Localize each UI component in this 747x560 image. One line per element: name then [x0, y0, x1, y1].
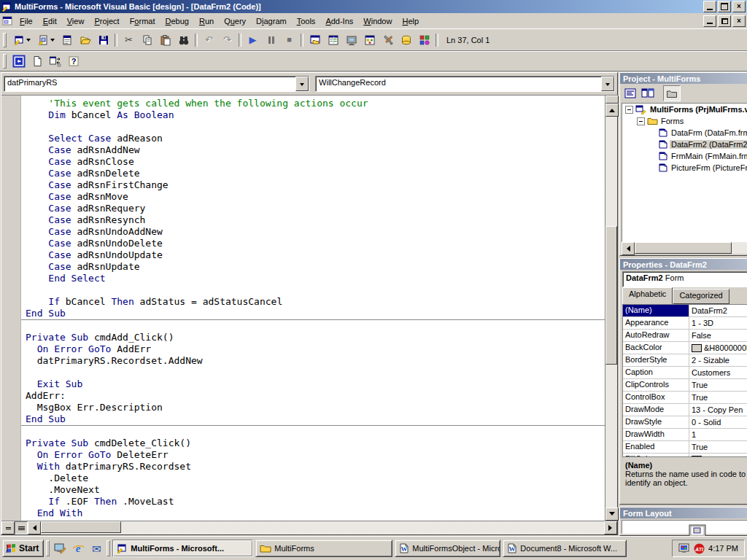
view-object-button[interactable]: [9, 53, 28, 69]
code-line[interactable]: .MoveNext: [26, 484, 605, 496]
menu-edit[interactable]: Edit: [38, 15, 62, 28]
property-row[interactable]: AutoRedrawFalse: [623, 330, 747, 342]
mdi-close-button[interactable]: ×: [732, 15, 746, 27]
code-line[interactable]: On Error GoTo DeleteErr: [26, 449, 605, 461]
tab-alphabetic[interactable]: Alphabetic: [622, 287, 673, 304]
property-value[interactable]: 13 - Copy Pen: [689, 404, 747, 416]
project-tree-item[interactable]: FrmMain (FmMain.frm): [622, 150, 747, 162]
project-tree-item[interactable]: DataFrm (DataFm.frm): [622, 127, 747, 139]
property-value[interactable]: &H8000000F&: [689, 342, 747, 354]
minimize-button[interactable]: [703, 1, 716, 12]
code-hscroll-thumb[interactable]: [41, 521, 121, 533]
add-project-button[interactable]: [9, 32, 34, 48]
property-value[interactable]: &H00000000&: [689, 454, 747, 456]
menu-project[interactable]: Project: [89, 15, 124, 28]
code-margin-indicator-bar[interactable]: [1, 96, 21, 521]
project-tree-item[interactable]: PictureFrm (PictureFrm.frm): [622, 162, 747, 174]
property-row[interactable]: EnabledTrue: [623, 441, 747, 454]
related-windows-button[interactable]: [46, 53, 64, 69]
project-hscroll-thumb[interactable]: [635, 242, 732, 254]
project-tree-item[interactable]: MultiForms (PrjMulFrms.vbp): [622, 104, 747, 115]
project-explorer-button[interactable]: [306, 32, 324, 48]
menu-addins[interactable]: Add-Ins: [320, 15, 358, 28]
scroll-left-button[interactable]: [28, 521, 41, 534]
property-value[interactable]: Customers: [689, 367, 747, 378]
scroll-left-button[interactable]: [622, 242, 635, 255]
menu-query[interactable]: Query: [219, 15, 251, 28]
code-line[interactable]: Private Sub cmdAdd_Click(): [26, 332, 605, 343]
end-button[interactable]: ■: [280, 32, 298, 48]
property-row[interactable]: FillColor&H00000000&: [623, 454, 747, 456]
view-code-button[interactable]: [28, 53, 46, 69]
find-button[interactable]: [174, 32, 193, 48]
start-button[interactable]: ▶: [244, 32, 262, 48]
code-line[interactable]: With datPrimaryRS.Recordset: [26, 461, 605, 472]
visual-component-manager-button[interactable]: [415, 32, 433, 48]
procedure-view-button[interactable]: [1, 521, 15, 534]
properties-object-combobox[interactable]: DataFrm2 Form: [622, 271, 747, 287]
code-line[interactable]: [26, 320, 605, 332]
code-line[interactable]: Dim bCancel As Boolean: [26, 109, 605, 121]
code-line[interactable]: 'This event gets called when the followi…: [26, 98, 605, 109]
undo-button[interactable]: ↶: [200, 32, 218, 48]
menu-format[interactable]: Format: [125, 15, 160, 28]
add-form-dropdown-arrow[interactable]: [50, 39, 55, 44]
code-editor[interactable]: 'This event gets called when the followi…: [21, 96, 605, 521]
code-line[interactable]: Case adRsnClose: [26, 156, 605, 168]
code-line[interactable]: [26, 367, 605, 378]
property-value[interactable]: True: [689, 392, 747, 403]
procedure-combobox-dropdown[interactable]: [601, 77, 614, 91]
project-hscroll-track[interactable]: [635, 242, 747, 254]
cut-button[interactable]: ✂: [120, 32, 138, 48]
code-vscroll-thumb[interactable]: [605, 226, 617, 365]
property-row[interactable]: CaptionCustomers: [623, 367, 747, 379]
code-vscroll-track[interactable]: [605, 117, 617, 508]
menu-file[interactable]: File: [15, 15, 38, 28]
property-row[interactable]: BorderStyle2 - Sizable: [623, 354, 747, 367]
taskbar-button[interactable]: MultiForms - Microsoft...: [112, 540, 253, 557]
code-line[interactable]: Exit Sub: [26, 378, 605, 390]
ati-tray-icon[interactable]: ATI: [694, 543, 705, 554]
mdi-minimize-button[interactable]: [703, 15, 716, 27]
code-line[interactable]: Case adRsnMove: [26, 191, 605, 203]
menu-window[interactable]: Window: [358, 15, 397, 28]
save-project-button[interactable]: [94, 32, 112, 48]
code-line[interactable]: If .EOF Then .MoveLast: [26, 496, 605, 508]
code-line[interactable]: Case adRsnResynch: [26, 214, 605, 226]
add-form-button[interactable]: [34, 32, 58, 48]
procedure-combobox[interactable]: WillChangeRecord: [315, 76, 615, 92]
menu-help[interactable]: Help: [397, 15, 424, 28]
property-row[interactable]: Appearance1 - 3D: [623, 317, 747, 330]
code-line[interactable]: Case adRsnUndoDelete: [26, 238, 605, 249]
code-line[interactable]: End With: [26, 508, 605, 519]
code-line[interactable]: datPrimaryRS.Recordset.AddNew: [26, 355, 605, 367]
property-value[interactable]: DataFrm2: [689, 305, 747, 316]
properties-window-button[interactable]: [324, 32, 342, 48]
property-row[interactable]: DrawStyle0 - Solid: [623, 416, 747, 429]
code-line[interactable]: Case adRsnUndoUpdate: [26, 249, 605, 261]
code-line[interactable]: Select Case adReason: [26, 133, 605, 144]
property-row[interactable]: ClipControlsTrue: [623, 379, 747, 392]
property-row[interactable]: ControlBoxTrue: [623, 392, 747, 404]
code-line[interactable]: End Sub: [26, 413, 605, 425]
code-line[interactable]: [26, 426, 605, 438]
code-line[interactable]: .Delete: [26, 472, 605, 484]
display-settings-tray-icon[interactable]: [678, 543, 690, 553]
property-row[interactable]: BackColor&H8000000F&: [623, 342, 747, 354]
menu-diagram[interactable]: Diagram: [251, 15, 292, 28]
scroll-down-button[interactable]: [605, 508, 619, 521]
scroll-up-button[interactable]: [605, 104, 619, 117]
mdi-child-icon[interactable]: [1, 16, 13, 26]
code-line[interactable]: Case adRsnDelete: [26, 168, 605, 179]
toolbar-grip[interactable]: [3, 33, 7, 47]
code-line[interactable]: End Select: [26, 273, 605, 284]
code-line[interactable]: Case adRsnFirstChange: [26, 179, 605, 191]
redo-button[interactable]: ↷: [218, 32, 236, 48]
break-button[interactable]: [262, 32, 280, 48]
toolbar-grip[interactable]: [3, 54, 7, 69]
paste-button[interactable]: [156, 32, 174, 48]
code-line[interactable]: Case adRsnAddNew: [26, 144, 605, 156]
property-value[interactable]: False: [689, 330, 747, 341]
quicklaunch-outlook-button[interactable]: ✉: [88, 540, 104, 556]
code-line[interactable]: If bCancel Then adStatus = adStatusCance…: [26, 296, 605, 308]
